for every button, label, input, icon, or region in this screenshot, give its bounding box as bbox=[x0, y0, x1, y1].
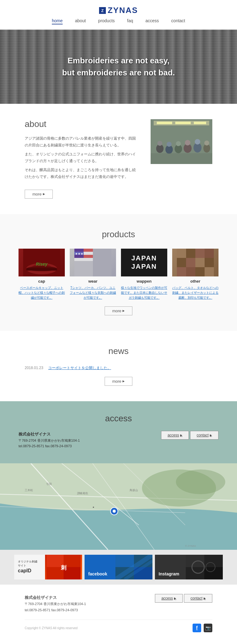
hero-text: Embroideries are not easy, but embroider… bbox=[62, 55, 175, 79]
svg-text:© ZYNAS: © ZYNAS bbox=[185, 545, 196, 547]
instagram-social-icon[interactable]: 📷 bbox=[204, 624, 212, 632]
facebook-social-icon[interactable]: f bbox=[193, 624, 201, 632]
product-thumb-wear: ★★★ bbox=[70, 249, 116, 276]
svg-rect-19 bbox=[151, 153, 212, 164]
product-cap-label: cap bbox=[19, 279, 65, 284]
footer-address: 〒769-2704 香川県東かがわ市鳩東104-1 bbox=[25, 602, 86, 606]
news-more-wrap: more bbox=[25, 377, 212, 386]
product-thumb-other bbox=[172, 249, 218, 276]
footer-tel: tel.0879-25-8571 fax.0879-24-0973 bbox=[25, 608, 78, 612]
products-more-wrap: more bbox=[19, 306, 218, 315]
footer-buttons: access contact bbox=[155, 594, 212, 603]
news-item-0: 2018.01.23 コーポレートサイトを公開しました。 bbox=[25, 365, 212, 371]
svg-rect-42 bbox=[205, 258, 214, 267]
svg-rect-75 bbox=[204, 567, 223, 579]
footer-btn-access[interactable]: access bbox=[155, 594, 183, 603]
svg-rect-36 bbox=[186, 249, 195, 258]
nav-contact[interactable]: contact bbox=[171, 18, 185, 24]
svg-point-10 bbox=[167, 142, 172, 147]
about-para3: それは、醸高品質はもとより、まごころを持って生地に糸を通し続けたからです。株式会… bbox=[25, 167, 138, 180]
product-cap-desc[interactable]: ベースボールキャップ、ニット帽、ハットなど様々な帽子への刺繍が可能です。 bbox=[19, 285, 65, 300]
about-heading: about bbox=[25, 119, 138, 129]
nav-faq[interactable]: faq bbox=[127, 18, 133, 24]
svg-rect-38 bbox=[205, 249, 214, 258]
access-heading: access bbox=[19, 414, 218, 423]
svg-rect-35 bbox=[177, 249, 186, 258]
footer-link-capid[interactable]: オリジナル刺繍 サイト capID 刺 bbox=[14, 555, 82, 579]
product-other-label: other bbox=[172, 279, 218, 284]
svg-point-14 bbox=[185, 140, 190, 145]
product-wappen-desc[interactable]: 様々な生地でワッペンの製作が可能です。また日本に数自しないサガラ刺繍も可能です。 bbox=[121, 285, 167, 300]
logo-icon: Z bbox=[99, 7, 106, 14]
product-wear-label: wear bbox=[70, 279, 116, 284]
news-more-button[interactable]: more bbox=[105, 377, 133, 386]
access-info: 株式会社ザイナス 〒769-2704 香川県東かがわ市鳩東104-1 tel.0… bbox=[19, 431, 80, 449]
nav-home[interactable]: home bbox=[52, 18, 63, 24]
products-heading: products bbox=[19, 229, 218, 239]
footer-top: 株式会社ザイナス 〒769-2704 香川県東かがわ市鳩東104-1 tel.0… bbox=[25, 594, 212, 613]
map-inner: 三木松 引田 讃岐相生 鳥坂山 ● © ZYNAS bbox=[0, 463, 237, 550]
products-grid: Risey cap ベースボールキャップ、ニット帽、ハットなど様々な帽子への刺繍… bbox=[19, 249, 218, 300]
access-btn-access[interactable]: access bbox=[161, 431, 189, 440]
social-icons: f 📷 bbox=[193, 624, 212, 632]
footer-link-instagram[interactable]: Instagram bbox=[155, 555, 223, 579]
nav-access[interactable]: access bbox=[145, 18, 159, 24]
product-cap: Risey cap ベースボールキャップ、ニット帽、ハットなど様々な帽子への刺繍… bbox=[19, 249, 65, 300]
main-nav: home about products faq access contact bbox=[0, 15, 237, 26]
svg-point-12 bbox=[176, 141, 181, 146]
nav-about[interactable]: about bbox=[75, 18, 86, 24]
svg-text:●: ● bbox=[93, 506, 94, 509]
product-wear-desc[interactable]: Tシャツ、パーカ、パンツ、ユニフォームなど様々な衣類への刺繍が可能です。 bbox=[70, 285, 116, 300]
svg-text:★★★: ★★★ bbox=[75, 252, 83, 255]
nav-products[interactable]: products bbox=[98, 18, 115, 24]
product-other: other バッグ、ベルト、タオルなどへの刺繍、またレイザーカットによる裁断、別… bbox=[172, 249, 218, 300]
svg-rect-30 bbox=[74, 258, 93, 261]
svg-rect-41 bbox=[195, 258, 205, 267]
footer-links: オリジナル刺繍 サイト capID 刺 facebook bbox=[0, 550, 237, 584]
svg-text:Risey: Risey bbox=[36, 262, 48, 267]
site-footer: 株式会社ザイナス 〒769-2704 香川県東かがわ市鳩東104-1 tel.0… bbox=[0, 584, 237, 637]
svg-text:引田: 引田 bbox=[46, 482, 52, 486]
svg-point-18 bbox=[204, 141, 209, 145]
about-more-button[interactable]: more bbox=[25, 190, 53, 199]
access-address: 〒769-2704 香川県東かがわ市鳩東104-1 bbox=[19, 439, 80, 442]
svg-point-55 bbox=[176, 469, 225, 494]
footer-info: 株式会社ザイナス 〒769-2704 香川県東かがわ市鳩東104-1 tel.0… bbox=[25, 594, 86, 613]
svg-rect-6 bbox=[194, 122, 206, 124]
about-image bbox=[151, 119, 212, 164]
footer-company: 株式会社ザイナス bbox=[25, 595, 57, 600]
product-wear: ★★★ wear Tシャツ、パーカ、パンツ、ユニフォームなど様々な衣類への刺繍が… bbox=[70, 249, 116, 300]
about-content: about アジア諸国の骨格に多数のアパレル業者が開産を繰り返す中、四国の片田合… bbox=[25, 119, 138, 199]
about-section: about アジア諸国の骨格に多数のアパレル業者が開産を繰り返す中、四国の片田合… bbox=[0, 104, 237, 214]
hero-line1: Embroideries are not easy, bbox=[62, 55, 175, 67]
products-more-button[interactable]: more bbox=[105, 306, 133, 315]
footer-capid-sublabel2: サイト bbox=[18, 564, 37, 568]
svg-text:三木松: 三木松 bbox=[25, 489, 33, 492]
svg-text:鳥坂山: 鳥坂山 bbox=[129, 489, 138, 492]
product-wappen: JAPAN JAPAN wappen 様々な生地でワッペンの製作が可能です。また… bbox=[121, 249, 167, 300]
svg-rect-44 bbox=[186, 267, 195, 276]
news-link-0[interactable]: コーポレートサイトを公開しました。 bbox=[48, 365, 111, 371]
footer-bottom: Copyright © ZYNAS All rights reserved f … bbox=[25, 620, 212, 632]
svg-rect-43 bbox=[177, 267, 186, 276]
access-btn-contact[interactable]: contact bbox=[190, 431, 218, 440]
copyright-text: Copyright © ZYNAS All rights reserved bbox=[25, 626, 77, 630]
access-top: 株式会社ザイナス 〒769-2704 香川県東かがわ市鳩東104-1 tel.0… bbox=[19, 431, 218, 449]
svg-text:讃岐相生: 讃岐相生 bbox=[77, 492, 88, 495]
product-other-desc[interactable]: バッグ、ベルト、タオルなどへの刺繍、またレイザーカットによる裁断、別印も可能です… bbox=[172, 285, 218, 300]
product-wappen-label: wappen bbox=[121, 279, 167, 284]
site-logo[interactable]: Z ZYNAS bbox=[99, 6, 138, 15]
access-section: access 株式会社ザイナス 〒769-2704 香川県東かがわ市鳩東104-… bbox=[0, 401, 237, 550]
svg-rect-45 bbox=[195, 267, 205, 276]
product-thumb-cap: Risey bbox=[19, 249, 65, 276]
footer-facebook-label: facebook bbox=[88, 571, 107, 576]
access-tel: tel.0879-25-8571 fax.0879-24-0973 bbox=[19, 444, 72, 448]
svg-rect-46 bbox=[205, 267, 214, 276]
hero-section: Embroideries are not easy, but embroider… bbox=[0, 30, 237, 104]
footer-btn-contact[interactable]: contact bbox=[184, 594, 212, 603]
site-header: Z ZYNAS home about products faq access c… bbox=[0, 0, 237, 30]
svg-point-57 bbox=[113, 510, 116, 513]
footer-link-facebook[interactable]: facebook bbox=[85, 555, 152, 579]
footer-instagram-label: Instagram bbox=[159, 571, 179, 576]
news-section: news 2018.01.23 コーポレートサイトを公開しました。 more bbox=[0, 331, 237, 401]
